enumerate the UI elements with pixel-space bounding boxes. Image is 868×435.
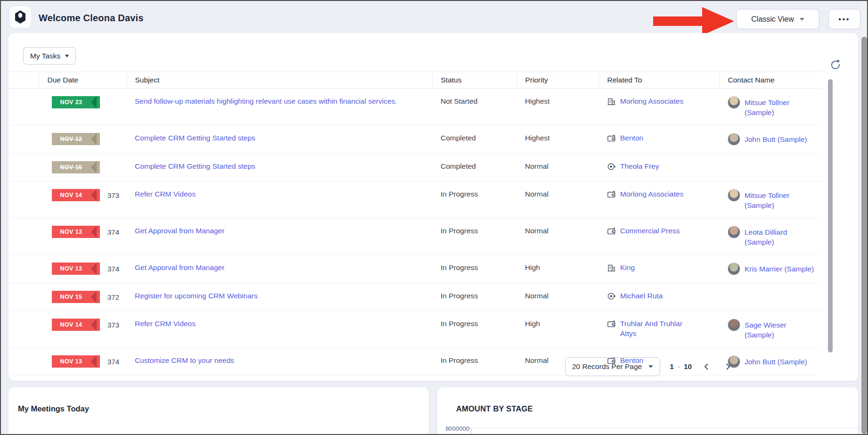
avatar	[728, 263, 740, 275]
due-date-cell: NOV 13 374	[39, 348, 126, 376]
due-date-badge: NOV 13	[52, 263, 100, 275]
page-scrollbar-thumb[interactable]	[861, 37, 867, 434]
table-row[interactable]: NOV 15 Complete CRM Getting Started step…	[8, 154, 821, 181]
related-to-link[interactable]: Truhlar And Truhlar Attys	[620, 319, 696, 338]
task-number: 374	[107, 355, 119, 367]
related-to-link[interactable]: Benton	[620, 133, 643, 143]
column-header-due-date[interactable]: Due Date	[39, 72, 126, 89]
account-icon	[607, 263, 616, 275]
contact-cell: Mitsue Tollner (Sample)	[719, 181, 821, 218]
hexagon-logo-icon	[14, 10, 26, 24]
row-select-cell[interactable]	[8, 283, 39, 311]
view-selector-dropdown[interactable]: Classic View	[736, 9, 819, 29]
deal-icon	[607, 320, 616, 331]
due-date-text: NOV 12	[60, 136, 82, 142]
contact-link[interactable]: Kris Marrier (Sample)	[745, 263, 814, 274]
table-row[interactable]: NOV 14 373 Refer CRM Videos In Progress …	[8, 311, 821, 348]
chevron-down-icon	[648, 365, 653, 368]
due-date-cell: NOV 14 373	[39, 181, 126, 218]
due-date-badge: NOV 14	[52, 189, 100, 201]
app-window: Welcome Cleona Davis Classic View ••• My…	[0, 0, 868, 435]
table-row[interactable]: NOV 15 372 Register for upcoming CRM Web…	[8, 283, 821, 311]
related-to-cell: Benton	[598, 125, 719, 154]
due-date-text: NOV 13	[60, 265, 82, 272]
due-date-cell: NOV 23	[39, 89, 126, 125]
task-subject-link[interactable]: Register for upcoming CRM Webinars	[135, 291, 258, 301]
task-number: 374	[107, 263, 119, 274]
status-cell: In Progress	[432, 255, 516, 283]
task-filter-dropdown[interactable]: My Tasks	[23, 47, 76, 65]
tasks-widget: My Tasks Due Date Subject Status Priorit	[8, 33, 858, 381]
row-select-cell[interactable]	[8, 348, 39, 376]
records-per-page-dropdown[interactable]: 20 Records Per Page	[565, 357, 660, 376]
task-subject-link[interactable]: Refer CRM Videos	[135, 319, 196, 328]
contact-cell: John Butt (Sample)	[719, 125, 821, 154]
task-subject-link[interactable]: Complete CRM Getting Started steps	[135, 133, 255, 143]
task-subject-link[interactable]: Send follow-up materials highlighting re…	[135, 96, 397, 106]
app-logo[interactable]	[9, 6, 31, 28]
column-header-related-to[interactable]: Related To	[598, 72, 719, 89]
related-to-link[interactable]: King	[620, 263, 635, 272]
contact-link[interactable]: Leota Dilliard (Sample)	[745, 226, 817, 247]
column-header-status[interactable]: Status	[432, 72, 516, 89]
related-to-link[interactable]: Morlong Associates	[620, 96, 683, 106]
task-subject-link[interactable]: Get Approval from Manager	[135, 226, 224, 236]
row-select-cell[interactable]	[8, 89, 39, 125]
contact-link[interactable]: Sage Wieser (Sample)	[745, 319, 817, 340]
refresh-icon	[829, 58, 842, 71]
row-select-cell[interactable]	[8, 154, 39, 181]
related-to-link[interactable]: Michael Ruta	[620, 291, 663, 301]
table-row[interactable]: NOV 12 Complete CRM Getting Started step…	[8, 125, 821, 154]
account-icon	[607, 97, 616, 108]
more-options-button[interactable]: •••	[828, 9, 860, 29]
refresh-button[interactable]	[829, 58, 843, 72]
chart-gridline	[471, 428, 868, 428]
row-select-cell[interactable]	[8, 181, 39, 218]
row-select-cell[interactable]	[8, 311, 39, 348]
row-select-cell[interactable]	[8, 218, 39, 255]
contact-cell	[719, 283, 821, 311]
page-range-separator: -	[678, 362, 680, 371]
due-date-badge: NOV 23	[52, 96, 100, 108]
previous-page-button[interactable]	[701, 361, 712, 372]
subject-cell: Customize CRM to your needs	[126, 348, 432, 376]
ellipsis-icon: •••	[839, 15, 851, 23]
column-header-contact-name[interactable]: Contact Name	[719, 72, 821, 89]
column-header-priority[interactable]: Priority	[516, 72, 598, 89]
table-scrollbar[interactable]	[828, 79, 833, 353]
row-select-cell[interactable]	[8, 255, 39, 283]
table-row[interactable]: NOV 13 374 Get Approval from Manager In …	[8, 218, 821, 255]
due-date-badge: NOV 14	[52, 319, 100, 331]
contact-link[interactable]: Mitsue Tollner (Sample)	[745, 189, 802, 210]
deal-icon	[607, 190, 616, 201]
related-to-cell: Truhlar And Truhlar Attys	[598, 311, 719, 348]
due-date-cell: NOV 13 374	[39, 255, 126, 283]
table-row[interactable]: NOV 14 373 Refer CRM Videos In Progress …	[8, 181, 821, 218]
contact-link[interactable]: John Butt (Sample)	[745, 355, 807, 367]
contact-icon	[607, 292, 616, 303]
avatar	[728, 96, 740, 109]
deal-icon	[607, 227, 616, 238]
table-row[interactable]: NOV 13 374 Get Apporval from Manager In …	[8, 255, 821, 283]
task-subject-link[interactable]: Refer CRM Videos	[135, 189, 196, 199]
task-subject-link[interactable]: Complete CRM Getting Started steps	[135, 161, 255, 171]
task-subject-link[interactable]: Customize CRM to your needs	[135, 355, 234, 365]
next-page-button[interactable]	[722, 361, 733, 372]
contact-link[interactable]: Mitsue Tollner (Sample)	[745, 96, 802, 117]
related-to-link[interactable]: Commercial Press	[620, 226, 680, 236]
related-to-link[interactable]: Morlong Associates	[620, 189, 683, 199]
meetings-widget: My Meetings Today	[8, 387, 429, 435]
status-cell: In Progress	[432, 283, 516, 311]
row-select-cell[interactable]	[8, 125, 39, 154]
avatar	[728, 226, 740, 238]
due-date-text: NOV 13	[60, 229, 82, 235]
column-header-subject[interactable]: Subject	[126, 72, 432, 89]
status-cell: Not Started	[432, 89, 516, 125]
related-to-link[interactable]: Theola Frey	[620, 161, 659, 171]
contact-link[interactable]: John Butt (Sample)	[745, 133, 807, 144]
status-cell: In Progress	[432, 311, 516, 348]
subject-cell: Complete CRM Getting Started steps	[126, 125, 432, 154]
table-row[interactable]: NOV 23 Send follow-up materials highligh…	[8, 89, 821, 125]
task-subject-link[interactable]: Get Apporval from Manager	[135, 263, 224, 272]
page-range: 1 - 10	[670, 362, 692, 371]
